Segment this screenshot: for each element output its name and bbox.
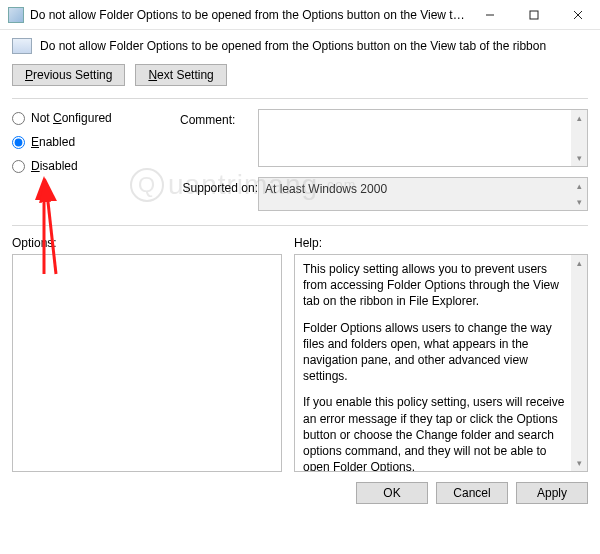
- scroll-up-icon: ▴: [571, 178, 587, 194]
- scroll-up-icon[interactable]: ▴: [571, 110, 587, 126]
- previous-setting-button[interactable]: Previous Setting: [12, 64, 125, 86]
- help-scrollbar[interactable]: ▴ ▾: [571, 255, 587, 471]
- options-panel: [12, 254, 282, 472]
- comment-textarea[interactable]: ▴ ▾: [258, 109, 588, 167]
- next-setting-button[interactable]: Next Setting: [135, 64, 226, 86]
- scroll-up-icon[interactable]: ▴: [571, 255, 587, 271]
- cancel-button[interactable]: Cancel: [436, 482, 508, 504]
- options-label: Options:: [12, 236, 282, 250]
- supported-label: Supported on:: [180, 177, 258, 195]
- comment-scrollbar[interactable]: ▴ ▾: [571, 110, 587, 166]
- radio-not-configured[interactable]: Not Configured: [12, 111, 162, 125]
- minimize-button[interactable]: [468, 0, 512, 29]
- help-text: If you enable this policy setting, users…: [303, 394, 567, 472]
- ok-button[interactable]: OK: [356, 482, 428, 504]
- help-text: Folder Options allows users to change th…: [303, 320, 567, 385]
- scroll-down-icon[interactable]: ▾: [571, 455, 587, 471]
- window-title: Do not allow Folder Options to be opened…: [30, 8, 468, 22]
- close-button[interactable]: [556, 0, 600, 29]
- maximize-button[interactable]: [512, 0, 556, 29]
- app-icon: [8, 7, 24, 23]
- apply-button[interactable]: Apply: [516, 482, 588, 504]
- supported-on-box: At least Windows 2000 ▴ ▾: [258, 177, 588, 211]
- scroll-down-icon: ▾: [571, 194, 587, 210]
- svg-rect-1: [530, 11, 538, 19]
- scroll-down-icon[interactable]: ▾: [571, 150, 587, 166]
- help-text: This policy setting allows you to preven…: [303, 261, 567, 310]
- policy-icon: [12, 38, 32, 54]
- comment-label: Comment:: [180, 109, 258, 127]
- supported-on-value: At least Windows 2000: [265, 182, 387, 196]
- radio-enabled[interactable]: Enabled: [12, 135, 162, 149]
- supported-scrollbar: ▴ ▾: [571, 178, 587, 210]
- help-panel: This policy setting allows you to preven…: [294, 254, 588, 472]
- radio-disabled[interactable]: Disabled: [12, 159, 162, 173]
- help-label: Help:: [294, 236, 588, 250]
- policy-title: Do not allow Folder Options to be opened…: [40, 39, 546, 53]
